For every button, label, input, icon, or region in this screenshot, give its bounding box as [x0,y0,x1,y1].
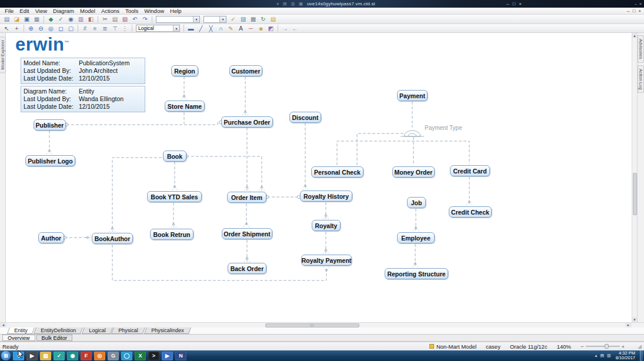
diagram-canvas[interactable]: erwin™ Model Name:PublicationSystemLast … [6,33,632,322]
refresh-icon[interactable]: ↻ [258,15,268,24]
vm-fullscreen-icon[interactable]: ▦ [299,2,303,6]
chevron-down-icon[interactable]: ▾ [173,25,179,31]
titlebar-restore-button[interactable]: □ [512,1,515,6]
report-icon[interactable]: ▥ [76,15,86,24]
advisories-tab[interactable]: Advisories [638,35,644,63]
horizontal-scrollbar[interactable]: ◄ ||| ► [0,322,644,327]
spell-check-icon[interactable]: ✓ [56,15,66,24]
relationship-line[interactable] [112,245,326,280]
line-color-icon[interactable]: ─ [246,24,256,32]
entity-customer[interactable]: Customer [229,65,262,76]
editor-tab-overview[interactable]: Overview [2,335,35,341]
print-icon[interactable]: ▦ [32,15,42,24]
entity-tool-icon[interactable]: ▬ [186,24,196,32]
tray-expand-icon[interactable]: ▴ [595,353,598,358]
zoom-in-icon[interactable]: ⊕ [26,24,36,32]
menu-item-edit[interactable]: Edit [16,8,32,15]
subtype-tool-icon[interactable]: ∩ [216,24,226,32]
annotation-tool-icon[interactable]: ✎ [226,24,236,32]
entity-credit-card[interactable]: Credit Card [450,165,490,176]
editor-tab-bulk-editor[interactable]: Bulk Editor [36,335,73,341]
menu-item-model[interactable]: Model [77,8,98,15]
entity-book-retrun[interactable]: Book Retrun [150,229,193,240]
zoom-out-button[interactable]: − [580,343,584,350]
toolbar-dropdown[interactable]: ▾ [156,16,200,23]
entity-credit-check[interactable]: Credit Check [449,206,492,218]
zoom-slider[interactable]: − + [580,343,625,350]
menu-item-diagram[interactable]: Diagram [50,8,77,15]
many-relationship-icon[interactable]: ╳ [206,24,216,32]
command-prompt-icon[interactable]: > [148,352,159,360]
save-icon[interactable]: ▣ [22,15,32,24]
pan-icon[interactable]: + [12,24,22,32]
redo-icon[interactable]: ↷ [140,15,150,24]
copy-icon[interactable]: ▤ [110,15,120,24]
diagram-tab-logical[interactable]: Logical [82,327,113,334]
horizontal-scroll-thumb[interactable]: ||| [265,323,359,327]
scroll-up-icon[interactable]: ▲ [632,33,637,38]
entity-personal-check[interactable]: Personal Check [311,166,363,178]
vm-menu-icon[interactable]: ▾ [277,2,279,6]
entity-book[interactable]: Book [163,151,186,162]
internet-explorer-icon[interactable]: e [13,352,24,360]
pointer-icon[interactable]: ↖ [2,24,12,32]
entity-reporting-structure[interactable]: Reporting Structure [385,268,448,279]
corner-close-button[interactable]: × [639,2,642,6]
entity-publisher[interactable]: Publisher [34,119,66,131]
menu-item-actions[interactable]: Actions [98,8,122,15]
communicator-icon[interactable]: ✓ [54,352,65,360]
browser-app-icon[interactable]: ◎ [94,352,105,360]
mdi-restore-button[interactable]: □ [632,8,635,14]
distribute-icon[interactable]: ⋮ [120,24,130,32]
media-app-icon[interactable]: ▶ [26,352,38,360]
model-new-icon[interactable]: ▤ [2,15,12,24]
zoom-100-icon[interactable]: ◎ [46,24,56,32]
entity-book-ytd-sales[interactable]: Book YTD Sales [147,191,202,202]
align-left-icon[interactable]: ≣ [100,24,110,32]
clock[interactable]: 4:32 PM 8/10/2017 [616,351,635,360]
entity-region[interactable]: Region [171,65,198,76]
entity-publisher-logo[interactable]: Publisher Logo [25,155,75,166]
mdi-minimize-button[interactable]: – [627,8,629,14]
relationship-line[interactable] [66,122,221,125]
validate-icon[interactable]: ✓ [228,15,238,24]
layout-icon[interactable]: ≡ [90,24,100,32]
vm-power-icon[interactable]: ▤ [283,2,287,6]
cut-icon[interactable]: ✂ [100,15,110,24]
reverse-engineer-icon[interactable]: ← [290,24,300,32]
developer-app-icon[interactable]: ◯ [121,352,132,360]
menu-item-help[interactable]: Help [167,8,185,15]
zoom-region-icon[interactable]: ▢ [66,24,76,32]
notes-icon[interactable]: ▤ [268,15,278,24]
toolbar-dropdown[interactable]: Logical▾ [136,25,180,32]
menu-item-file[interactable]: File [2,8,16,15]
entity-royalty[interactable]: Royalty [312,220,341,231]
entity-royalty-history[interactable]: Royalty History [300,190,352,202]
flash-app-icon[interactable]: F [81,352,92,360]
entity-payment[interactable]: Payment [397,90,428,101]
text-tool-icon[interactable]: A [236,24,246,32]
entity-job[interactable]: Job [407,197,426,208]
theme-icon[interactable]: ◩ [266,24,276,32]
grid-snap-icon[interactable]: # [80,24,90,32]
entity-money-order[interactable]: Money Order [392,166,435,178]
model-explorer-tab[interactable]: Model Explorer [0,36,6,73]
menu-item-view[interactable]: View [32,8,50,15]
diagram-tab-physicalindex[interactable]: PhysicalIndex [144,327,191,334]
entity-order-shipment[interactable]: Order Shipment [222,228,272,239]
entity-purchase-order[interactable]: Purchase Order [221,116,273,128]
entity-store-name[interactable]: Store Name [165,101,205,112]
entity-back-order[interactable]: Back Order [228,263,266,274]
diagram-props-icon[interactable]: ▩ [248,15,258,24]
entity-discount[interactable]: Discount [289,112,321,123]
relationship-line[interactable] [357,133,403,165]
diagram-tab-physical[interactable]: Physical [111,327,145,334]
zoom-slider-knob[interactable] [605,344,609,349]
entity-employee[interactable]: Employee [397,232,435,243]
tray-network-icon[interactable]: ▥ [607,353,611,358]
scroll-down-icon[interactable]: ▼ [632,317,637,322]
chevron-down-icon[interactable]: ▾ [193,16,199,22]
menu-item-window[interactable]: Window [141,8,167,15]
zoom-in-button[interactable]: + [622,343,625,350]
entity-bookauthor[interactable]: BookAuthor [92,233,133,244]
